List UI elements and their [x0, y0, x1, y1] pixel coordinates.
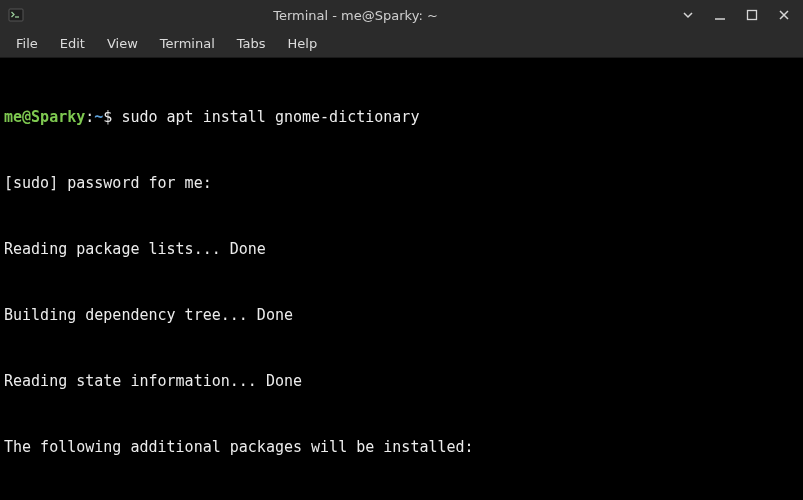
dropdown-button[interactable]	[681, 8, 695, 22]
prompt-path: ~	[94, 108, 103, 126]
window-title: Terminal - me@Sparky: ~	[30, 8, 681, 23]
menubar: File Edit View Terminal Tabs Help	[0, 30, 803, 58]
output-line: Reading state information... Done	[4, 370, 799, 392]
output-line: [sudo] password for me:	[4, 172, 799, 194]
menu-edit[interactable]: Edit	[50, 33, 95, 54]
menu-view[interactable]: View	[97, 33, 148, 54]
terminal-viewport[interactable]: me@Sparky:~$ sudo apt install gnome-dict…	[0, 58, 803, 500]
svg-rect-0	[9, 9, 23, 21]
menu-tabs[interactable]: Tabs	[227, 33, 276, 54]
prompt-sigil: $	[103, 108, 121, 126]
close-button[interactable]	[777, 8, 791, 22]
output-line: The following additional packages will b…	[4, 436, 799, 458]
maximize-button[interactable]	[745, 8, 759, 22]
terminal-window: Terminal - me@Sparky: ~ File Edit View T…	[0, 0, 803, 500]
prompt-sep: :	[85, 108, 94, 126]
command-text: sudo apt install gnome-dictionary	[121, 108, 419, 126]
menu-file[interactable]: File	[6, 33, 48, 54]
output-line: Building dependency tree... Done	[4, 304, 799, 326]
menu-terminal[interactable]: Terminal	[150, 33, 225, 54]
titlebar: Terminal - me@Sparky: ~	[0, 0, 803, 30]
prompt-line: me@Sparky:~$ sudo apt install gnome-dict…	[4, 106, 799, 128]
output-line: Reading package lists... Done	[4, 238, 799, 260]
window-buttons	[681, 8, 795, 22]
terminal-app-icon	[8, 7, 24, 23]
menu-help[interactable]: Help	[278, 33, 328, 54]
svg-rect-3	[748, 11, 757, 20]
prompt-user-host: me@Sparky	[4, 108, 85, 126]
minimize-button[interactable]	[713, 8, 727, 22]
